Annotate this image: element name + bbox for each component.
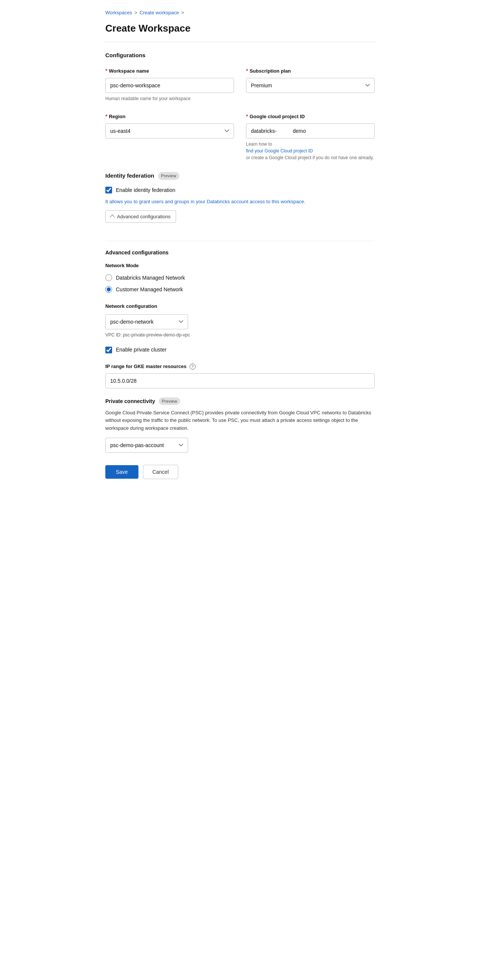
enable-identity-federation-checkbox[interactable] xyxy=(105,187,112,193)
network-configuration-select-wrapper: psc-demo-network default-network xyxy=(105,314,188,329)
pas-account-select[interactable]: psc-demo-pas-account xyxy=(105,438,188,453)
identity-preview-badge: Preview xyxy=(158,172,180,180)
workspace-name-input[interactable] xyxy=(105,78,234,93)
configurations-section: Configurations * Workspace name Human re… xyxy=(105,51,375,161)
network-configuration-select[interactable]: psc-demo-network default-network xyxy=(105,314,188,329)
form-row-2: * Region us-east4 us-central1 us-west1 e… xyxy=(105,113,375,161)
private-connectivity-title: Private connectivity xyxy=(105,398,155,405)
gcp-project-id-input[interactable] xyxy=(246,123,375,138)
chevron-up-icon xyxy=(110,215,115,220)
gcp-project-id-required: * xyxy=(246,113,248,121)
save-button[interactable]: Save xyxy=(105,465,138,479)
page-divider xyxy=(105,42,375,42)
network-mode-label: Network Mode xyxy=(105,262,375,269)
network-mode-databricks-label: Databricks Managed Network xyxy=(116,274,185,282)
enable-private-cluster-row: Enable private cluster xyxy=(105,346,375,354)
breadcrumb-sep-2: > xyxy=(181,9,184,17)
gcp-hint-before-link: Learn how to xyxy=(246,142,272,147)
gcp-project-id-link[interactable]: find your Google Cloud project ID xyxy=(246,148,313,154)
enable-private-cluster-checkbox[interactable] xyxy=(105,347,112,353)
page-title: Create Workspace xyxy=(105,21,375,36)
gcp-project-id-label: * Google cloud project ID xyxy=(246,113,375,121)
pas-select-wrapper: psc-demo-pas-account xyxy=(105,438,188,453)
gcp-project-id-hint: Learn how to find your Google Cloud proj… xyxy=(246,141,375,161)
identity-federation-info: It allows you to grant users and groups … xyxy=(105,198,375,205)
advanced-btn-label: Advanced configurations xyxy=(117,214,170,220)
ip-range-help-icon[interactable]: ? xyxy=(189,364,195,369)
region-group: * Region us-east4 us-central1 us-west1 e… xyxy=(105,113,234,161)
identity-federation-header: Identity federation Preview xyxy=(105,172,375,180)
ip-range-label: IP range for GKE master resources xyxy=(105,363,187,370)
form-actions: Save Cancel xyxy=(105,465,375,479)
breadcrumb-create-workspace[interactable]: Create workspace xyxy=(140,9,179,17)
breadcrumb-sep-1: > xyxy=(134,9,137,17)
region-required: * xyxy=(105,113,107,121)
ip-range-label-row: IP range for GKE master resources ? xyxy=(105,363,375,370)
enable-private-cluster-label: Enable private cluster xyxy=(116,346,167,354)
subscription-plan-group: * Subscription plan Premium Standard Tri… xyxy=(246,67,375,102)
gcp-hint-after-link: or create a Google Cloud project if you … xyxy=(246,155,374,160)
network-mode-customer-label: Customer Managed Network xyxy=(116,286,183,294)
workspace-name-label: * Workspace name xyxy=(105,67,234,75)
network-mode-customer-radio[interactable] xyxy=(105,286,112,293)
subscription-plan-select[interactable]: Premium Standard Trial xyxy=(246,78,375,93)
form-row-1: * Workspace name Human readable name for… xyxy=(105,67,375,102)
advanced-configurations-section: Advanced configurations Network Mode Dat… xyxy=(105,241,375,453)
page-container: Workspaces > Create workspace > Create W… xyxy=(93,0,387,502)
workspace-name-required: * xyxy=(105,67,107,75)
advanced-configurations-title: Advanced configurations xyxy=(105,249,375,257)
configurations-section-title: Configurations xyxy=(105,51,375,60)
network-mode-radio-group: Databricks Managed Network Customer Mana… xyxy=(105,274,375,294)
private-connectivity-description: Google Cloud Private Service Connect (PS… xyxy=(105,409,375,433)
gcp-project-id-input-wrapper xyxy=(246,123,375,138)
identity-federation-title: Identity federation xyxy=(105,172,154,180)
identity-federation-section: Identity federation Preview Enable ident… xyxy=(105,172,375,232)
network-mode-databricks-radio[interactable] xyxy=(105,274,112,281)
advanced-configurations-toggle[interactable]: Advanced configurations xyxy=(105,210,176,223)
enable-identity-federation-row: Enable identity federation xyxy=(105,186,375,194)
network-mode-databricks-row: Databricks Managed Network xyxy=(105,274,375,282)
advanced-section-divider xyxy=(105,241,375,241)
private-connectivity-preview-badge: Preview xyxy=(159,398,180,405)
cancel-button[interactable]: Cancel xyxy=(143,465,178,479)
breadcrumb-workspaces[interactable]: Workspaces xyxy=(105,9,132,17)
enable-identity-federation-label: Enable identity federation xyxy=(116,186,175,194)
network-mode-customer-row: Customer Managed Network xyxy=(105,286,375,294)
workspace-name-hint: Human readable name for your workspace xyxy=(105,95,234,102)
ip-range-input[interactable] xyxy=(105,373,375,388)
region-select[interactable]: us-east4 us-central1 us-west1 europe-wes… xyxy=(105,123,234,138)
region-label: * Region xyxy=(105,113,234,121)
private-connectivity-header: Private connectivity Preview xyxy=(105,398,375,405)
subscription-plan-required: * xyxy=(246,67,248,75)
ip-range-group: IP range for GKE master resources ? xyxy=(105,363,375,398)
workspace-name-group: * Workspace name Human readable name for… xyxy=(105,67,234,102)
private-connectivity-section: Private connectivity Preview Google Clou… xyxy=(105,398,375,453)
breadcrumb: Workspaces > Create workspace > xyxy=(105,9,375,17)
network-configuration-label: Network configuration xyxy=(105,302,375,310)
gcp-project-id-group: * Google cloud project ID Learn how to f… xyxy=(246,113,375,161)
subscription-plan-label: * Subscription plan xyxy=(246,67,375,75)
network-configuration-group: psc-demo-network default-network xyxy=(105,314,375,329)
vpc-id-hint: VPC ID: psc-private-preview-demo-dp-vpc xyxy=(105,332,375,338)
